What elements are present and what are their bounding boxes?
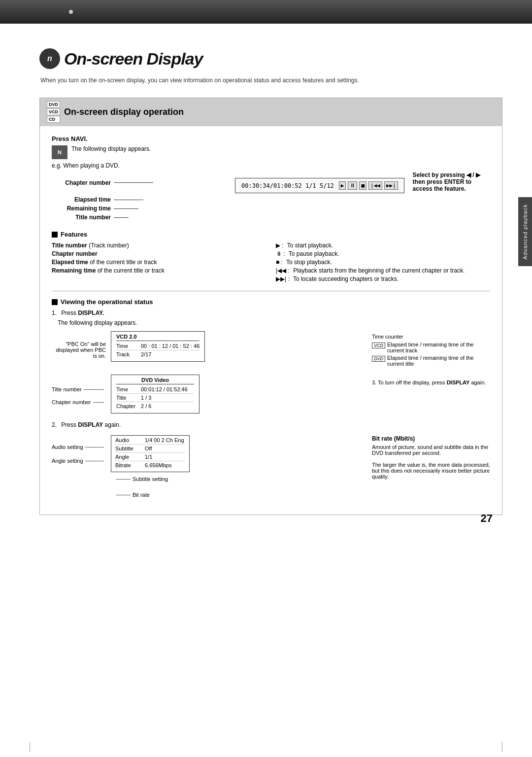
vcd-title: VCD 2.0 <box>116 334 200 341</box>
step2-section: Audio setting Angle setting Audio 1/4 00… <box>52 435 490 503</box>
step1-desc: The following display appears. <box>58 319 490 326</box>
bit-rate-label: Bit rate <box>116 490 372 500</box>
navi-icon: N <box>52 145 67 159</box>
audio-setting-row: Audio setting <box>52 442 106 452</box>
main-content: n On-screen Display When you turn on the… <box>0 24 532 545</box>
title-number-label: Title number <box>52 214 490 221</box>
features-square-icon <box>52 232 58 238</box>
features-section: Features Title number (Track number) Cha… <box>52 231 490 284</box>
title-label-text: Title number <box>52 214 111 221</box>
badge-vcd: VCD <box>47 108 60 115</box>
vcd-badge-dvd: DVD <box>372 356 385 362</box>
box-header: DVD VCD CD On-screen display operation <box>40 98 502 126</box>
vcd-row-track: Track 2/17 <box>116 351 200 358</box>
feature-chapter-number: Chapter number <box>52 250 266 257</box>
viewing-status-section: Viewing the operational status 1. Press … <box>52 298 490 503</box>
feature-stop: ■ : To stop playback. <box>276 259 490 266</box>
right-callout: Select by pressing ◀ / ▶ then press ENTE… <box>408 172 480 192</box>
step2-right-notes: Bit rate (Mbit/s) Amount of picture, sou… <box>372 435 490 480</box>
time-counter-label: Time counter <box>372 334 490 340</box>
osd-btn-pause: ⏸ <box>348 181 357 190</box>
vcd-display-box: VCD 2.0 Time 00 : 01 : 12 / 01 : 52 : 46… <box>111 331 205 362</box>
bottom-mark-left <box>30 742 30 752</box>
elapsed-label-text: Elapsed time <box>52 196 111 203</box>
badge-cd: CD <box>47 116 60 123</box>
viewing-square-icon <box>52 299 58 305</box>
main-box: DVD VCD CD On-screen display operation P… <box>39 98 502 515</box>
section-divider-1 <box>52 291 490 291</box>
vcd-left-note: "PBC On" will be displayed when PBC is o… <box>52 331 111 359</box>
step1-text: 1. Press DISPLAY. <box>52 310 490 316</box>
feature-next: ▶▶| : To locate succeeding chapters or t… <box>276 275 490 282</box>
audio-row-audio: Audio 1/4 00 2 Ch Eng <box>115 437 185 445</box>
page-title-section: n On-screen Display <box>39 48 502 69</box>
bitrate-heading: Bit rate (Mbit/s) <box>372 435 490 442</box>
features-heading: Features <box>61 231 87 238</box>
page-title: On-screen Display <box>64 49 203 69</box>
dvd-row-time: Time 00:01:12 / 01:52:46 <box>116 386 194 394</box>
step2-center: Audio 1/4 00 2 Ch Eng Subtitle Off Angle… <box>111 435 372 503</box>
title-icon-text: n <box>47 54 52 63</box>
step2-number: 2. <box>52 421 57 428</box>
step2-text: 2. Press DISPLAY again. <box>52 421 490 428</box>
navi-icon-letter: N <box>58 149 62 155</box>
step2-left-note: Audio setting Angle setting <box>52 435 111 469</box>
feature-pause: ⏸ : To pause playback. <box>276 250 490 257</box>
features-grid: Title number (Track number) Chapter numb… <box>52 242 490 284</box>
angle-setting-row: Angle setting <box>52 456 106 466</box>
elapsed-time-label: Elapsed time <box>52 196 490 203</box>
vcd-note-dvd: DVD Elapsed time / remaining time of the… <box>372 355 490 367</box>
viewing-header: Viewing the operational status <box>52 298 490 306</box>
osd-display: 00:30:34/01:00:52 1/1 5/12 ▶ ⏸ ■ |◀◀ ▶▶| <box>235 178 404 193</box>
feature-remaining-time: Remaining time of the current title or t… <box>52 267 266 274</box>
feature-prev: |◀◀ : Playback starts from the beginning… <box>276 267 490 274</box>
right-tab: Advanced playback <box>518 197 532 266</box>
box-header-badges: DVD VCD CD <box>47 101 60 123</box>
dvd-row-chapter: Chapter 2 / 6 <box>116 403 194 410</box>
feature-title-number: Title number (Track number) <box>52 242 266 249</box>
feature-play: ▶ : To start playback. <box>276 242 490 249</box>
dvd-title-number-row: Title number <box>52 384 106 394</box>
chapter-label-text: Chapter number <box>52 179 111 186</box>
dvd-display-box: DVD Video Time 00:01:12 / 01:52:46 Title… <box>111 375 200 413</box>
eg-text: e.g. When playing a DVD. <box>52 162 490 169</box>
subtitle-setting-label: Subtitle setting <box>116 474 372 484</box>
dvd-left-note: Title number Chapter number <box>52 375 111 410</box>
dvd-video-title: DVD Video <box>116 377 194 384</box>
vcd-center: VCD 2.0 Time 00 : 01 : 12 / 01 : 52 : 46… <box>111 331 372 370</box>
audio-row-subtitle: Subtitle Off <box>115 446 185 453</box>
osd-controls: ▶ ⏸ ■ |◀◀ ▶▶| <box>339 181 398 190</box>
dvd-right-notes: 3. To turn off the display, press DISPLA… <box>372 375 490 385</box>
right-tab-label: Advanced playback <box>522 204 528 259</box>
osd-btn-play: ▶ <box>339 181 346 190</box>
osd-btn-prev: |◀◀ <box>368 181 382 190</box>
dvd-center: DVD Video Time 00:01:12 / 01:52:46 Title… <box>111 375 372 416</box>
vcd-note-vcd: VCD Elapsed time / remaining time of the… <box>372 342 490 353</box>
audio-row-angle: Angle 1/1 <box>115 454 185 461</box>
bottom-marks <box>0 737 532 757</box>
right-callout-text: Select by pressing ◀ / ▶ then press ENTE… <box>413 172 480 192</box>
title-icon: n <box>39 48 60 69</box>
features-left-col: Title number (Track number) Chapter numb… <box>52 242 266 284</box>
chapter-line <box>114 182 153 183</box>
top-bar <box>0 0 532 24</box>
dvd-display-off-note: 3. To turn off the display, press DISPLA… <box>372 379 490 385</box>
step1-number: 1. <box>52 310 57 316</box>
dvd-section: Title number Chapter number DVD Video <box>52 375 490 416</box>
press-navi-heading: Press NAVI. <box>52 135 490 142</box>
top-bar-dot <box>69 10 73 14</box>
osd-btn-stop: ■ <box>359 181 366 190</box>
box-header-title: On-screen display operation <box>64 107 184 117</box>
badge-dvd: DVD <box>47 101 60 108</box>
osd-diagram-area: Chapter number 00:30:34/01:00:52 1/1 5/1… <box>52 174 490 221</box>
dvd-row-title: Title 1 / 3 <box>116 395 194 402</box>
bitrate-desc: Amount of picture, sound and subtitle da… <box>372 444 490 480</box>
features-header: Features <box>52 231 490 238</box>
remaining-label-text: Remaining time <box>52 205 111 212</box>
vcd-section: "PBC On" will be displayed when PBC is o… <box>52 331 490 370</box>
audio-row-bitrate: Bitrate 6.656Mbps <box>115 462 185 469</box>
osd-time: 00:30:34/01:00:52 1/1 5/12 <box>241 182 334 189</box>
chapter-label: Chapter <box>116 403 141 409</box>
audio-display-box: Audio 1/4 00 2 Ch Eng Subtitle Off Angle… <box>111 435 190 472</box>
vcd-row-time: Time 00 : 01 : 12 / 01 : 52 : 46 <box>116 343 200 350</box>
